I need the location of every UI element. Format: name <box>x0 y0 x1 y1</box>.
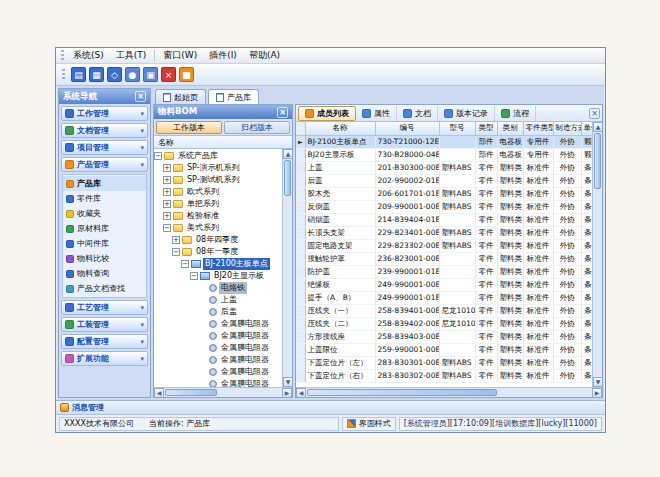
scrollbar-thumb[interactable] <box>284 160 291 196</box>
tree-node[interactable]: +检验标准 <box>154 210 282 222</box>
table-row[interactable]: 后盖202-990002-01E零件塑料类标准件外协条 <box>296 174 592 187</box>
scroll-up-icon[interactable]: ▲ <box>593 122 603 132</box>
nav-item-raw-materials[interactable]: 原材料库 <box>63 221 146 236</box>
tree-node[interactable]: 电烙铁 <box>154 282 282 294</box>
table-row[interactable]: 防护盖239-990001-01E零件塑料类标准件外协条 <box>296 265 592 278</box>
scroll-down-icon[interactable]: ▼ <box>283 377 293 387</box>
tab-version-history[interactable]: 版本记录 <box>438 106 495 121</box>
table-row[interactable]: 方形接线座258-839403-00E零件塑料类标准件外协条 <box>296 330 592 343</box>
nav-item-parts-library[interactable]: 零件库 <box>63 191 146 206</box>
table-row[interactable]: 接触轮护罩236-823001-00E零件塑料类标准件外协条 <box>296 252 592 265</box>
tree-node[interactable]: −08年一季度 <box>154 246 282 258</box>
table-row[interactable]: 硝烟盖214-839404-01E零件塑料类标准件外协条 <box>296 213 592 226</box>
nav-group-work-mgmt[interactable]: 工作管理▾ <box>61 106 148 121</box>
table-row[interactable]: 胶木壳206-601701-01E塑料ABS零件塑料类标准件外协条 <box>296 187 592 200</box>
expand-icon[interactable]: + <box>163 176 171 184</box>
tab-working-version[interactable]: 工作版本 <box>156 121 222 134</box>
table-row[interactable]: 固定电路支架229-823302-00E塑料ABS零件塑料类标准件外协条 <box>296 239 592 252</box>
collapse-icon[interactable]: − <box>154 152 162 160</box>
nav-group-doc-mgmt[interactable]: 文档管理▾ <box>61 123 148 138</box>
table-row[interactable]: 压线夹（一）258-839401-00E尼龙1010零件塑料类标准件外协条 <box>296 304 592 317</box>
table-vertical-scrollbar[interactable]: ▲ ▼ <box>592 122 602 387</box>
delete-icon[interactable]: × <box>161 67 176 82</box>
tree-node[interactable]: 后盖 <box>154 306 282 318</box>
menu-window[interactable]: 窗口(W) <box>157 48 203 63</box>
tree-node[interactable]: 金属膜电阻器 <box>154 378 282 387</box>
tab-properties[interactable]: 属性 <box>356 106 397 121</box>
tab-member-list[interactable]: 成员列表 <box>298 106 356 121</box>
tab-product-library[interactable]: 产品库 <box>208 89 259 104</box>
collapse-icon[interactable]: − <box>163 224 171 232</box>
table-row[interactable]: 上盖201-B30300-00E塑料ABS零件塑料类标准件外协条 <box>296 161 592 174</box>
menu-help[interactable]: 帮助(A) <box>243 48 286 63</box>
scrollbar-thumb[interactable] <box>165 389 217 396</box>
tree-node[interactable]: 金属膜电阻器 <box>154 318 282 330</box>
expand-icon[interactable]: + <box>172 236 180 244</box>
tree-node[interactable]: +SP-演示机系列 <box>154 162 282 174</box>
panel-close-icon[interactable]: × <box>589 108 600 119</box>
settings-icon[interactable]: ■ <box>179 67 194 82</box>
collapse-icon[interactable]: − <box>181 260 189 268</box>
column-header[interactable]: 类型 <box>475 122 497 135</box>
scroll-right-icon[interactable]: ▶ <box>282 388 292 398</box>
nav-item-product-library[interactable]: 产品库 <box>63 176 146 191</box>
nav-item-material-query[interactable]: 物料查询 <box>63 266 146 281</box>
column-header[interactable]: 零件类型 <box>523 122 553 135</box>
nav-item-material-compare[interactable]: 物料比较 <box>63 251 146 266</box>
scrollbar-thumb[interactable] <box>307 389 497 396</box>
tree-node[interactable]: 金属膜电阻器 <box>154 342 282 354</box>
nav-group-config-mgmt[interactable]: 配置管理▾ <box>61 334 148 349</box>
tree-node[interactable]: 上盖 <box>154 294 282 306</box>
bom-vertical-scrollbar[interactable]: ▲ ▼ <box>282 149 292 387</box>
scroll-down-icon[interactable]: ▼ <box>593 377 603 387</box>
scroll-left-icon[interactable]: ◀ <box>296 388 306 398</box>
print-icon[interactable]: ▣ <box>143 67 158 82</box>
table-horizontal-scrollbar[interactable]: ◀ ▶ <box>296 387 602 397</box>
scroll-right-icon[interactable]: ▶ <box>592 388 602 398</box>
column-header[interactable]: 编号 <box>375 122 439 135</box>
tree-node[interactable]: −BJ20主显示板 <box>154 270 282 282</box>
navigator-icon[interactable]: ▤ <box>71 67 86 82</box>
menu-system[interactable]: 系统(S) <box>67 48 110 63</box>
nav-item-product-doc-search[interactable]: 产品文档查找 <box>63 281 146 296</box>
menu-plugins[interactable]: 插件(I) <box>203 48 243 63</box>
menu-tools[interactable]: 工具(T) <box>110 48 153 63</box>
tree-node[interactable]: +欧式系列 <box>154 186 282 198</box>
nav-item-favorites[interactable]: 收藏夹 <box>63 206 146 221</box>
column-header[interactable]: 名称 <box>305 122 375 135</box>
tree-node[interactable]: 金属膜电阻器 <box>154 354 282 366</box>
nav-group-process-mgmt[interactable]: 工艺管理▾ <box>61 300 148 315</box>
column-header[interactable]: 型号 <box>439 122 475 135</box>
nav-group-tooling-mgmt[interactable]: 工装管理▾ <box>61 317 148 332</box>
table-row[interactable]: ►BJ-2100主板单点730-T21000-12E部件电器板专用件外协颗 <box>296 135 592 148</box>
table-row[interactable]: 绝缘板249-990001-00E零件塑料类标准件外协条 <box>296 278 592 291</box>
tab-workflow[interactable]: 流程 <box>495 106 536 121</box>
tree-node[interactable]: +单把系列 <box>154 198 282 210</box>
message-panel-header[interactable]: 消息管理 <box>56 400 605 414</box>
expand-icon[interactable]: + <box>163 164 171 172</box>
scroll-up-icon[interactable]: ▲ <box>283 149 293 159</box>
nav-group-extensions[interactable]: 扩展功能▾ <box>61 351 148 366</box>
tree-node[interactable]: 金属膜电阻器 <box>154 330 282 342</box>
column-header[interactable]: 单位 <box>581 122 592 135</box>
table-row[interactable]: 下盖定位片（左）283-830301-00E塑料ABS零件塑料类标准件外协条 <box>296 356 592 369</box>
tab-start-page[interactable]: 起始页 <box>155 89 206 104</box>
nav-group-project-mgmt[interactable]: 项目管理▾ <box>61 140 148 155</box>
style-selector[interactable]: 界面样式 <box>342 417 396 431</box>
column-header[interactable]: 类别 <box>497 122 523 135</box>
table-row[interactable]: 长顶头支架229-823401-00E塑料ABS零件塑料类标准件外协条 <box>296 226 592 239</box>
bom-horizontal-scrollbar[interactable]: ◀ ▶ <box>154 387 292 397</box>
scroll-left-icon[interactable]: ◀ <box>154 388 164 398</box>
collapse-icon[interactable]: − <box>190 272 198 280</box>
tree-node[interactable]: +SP-测试机系列 <box>154 174 282 186</box>
table-row[interactable]: BJ20主显示板730-B28000-04E部件电器板专用件外协颗 <box>296 148 592 161</box>
tab-documents[interactable]: 文档 <box>397 106 438 121</box>
tree-node[interactable]: 金属膜电阻器 <box>154 366 282 378</box>
collapse-icon[interactable]: − <box>172 248 180 256</box>
tree-node[interactable]: −BJ-2100主板单点 <box>154 258 282 270</box>
table-row[interactable]: 压线夹（二）258-839402-00E尼龙1010零件塑料类标准件外协条 <box>296 317 592 330</box>
tree-column-header[interactable]: 名称 <box>154 136 292 149</box>
column-header[interactable]: 制造方式 <box>553 122 581 135</box>
nav-close-icon[interactable]: × <box>135 91 146 102</box>
bom-close-icon[interactable]: × <box>277 107 288 118</box>
